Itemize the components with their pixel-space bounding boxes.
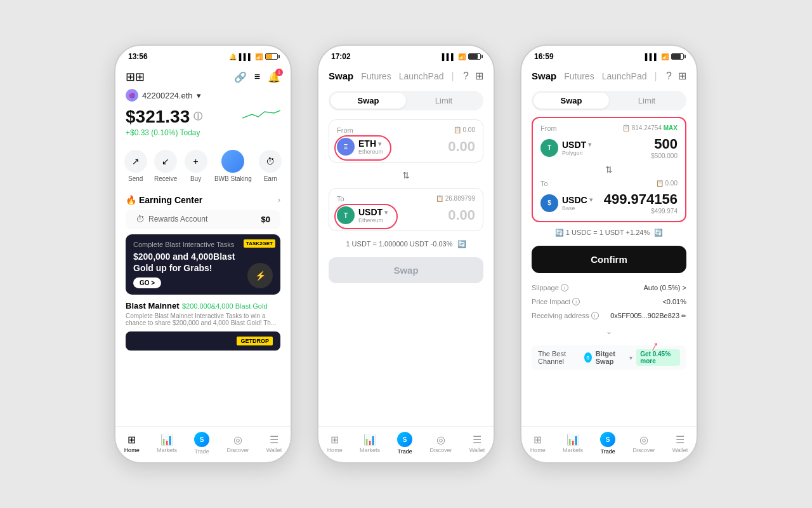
usdc-icon-3: $	[540, 194, 558, 212]
avatar: 🟣	[126, 89, 138, 102]
nav-markets-1[interactable]: 📊 Markets	[157, 434, 177, 453]
usdt-selector-from-3[interactable]: T USDT ▾ Polygon	[540, 139, 591, 157]
nav-markets-3[interactable]: 📊 Markets	[563, 434, 583, 453]
eth-icon-2: Ξ	[337, 138, 355, 156]
time-1: 13:56	[128, 52, 148, 61]
usdt-selector-2[interactable]: T USDT ▾ Ethereum	[337, 206, 388, 224]
from-amount-3[interactable]: 500	[651, 136, 678, 152]
discover-icon-2: ◎	[436, 434, 445, 446]
question-icon-3[interactable]: ?	[666, 70, 672, 82]
home-icon-2: ⊞	[331, 434, 339, 446]
tab-swap-3[interactable]: Swap	[532, 70, 556, 81]
receiving-value[interactable]: 0x5FF005...902Be823 ✏	[610, 312, 686, 319]
swap-arrows-3[interactable]: ⇅	[533, 163, 685, 176]
bottom-nav-3: ⊞ Home 📊 Markets S Trade ◎ Discover ☰ Wa…	[521, 426, 697, 462]
swap-button-2[interactable]: Swap	[329, 257, 483, 283]
apps-icon[interactable]: ⊞⊞	[126, 70, 145, 84]
receive-btn[interactable]: ↙ Receive	[154, 150, 177, 182]
rewards-label: ⏱ Rewards Account	[136, 214, 207, 224]
nav-discover-3[interactable]: ◎ Discover	[632, 434, 655, 453]
buy-btn[interactable]: + Buy	[185, 150, 207, 182]
chevron-down-2: ▾	[378, 140, 381, 147]
usdc-selector-3[interactable]: $ USDC ▾ Base	[540, 194, 593, 212]
channel-dropdown[interactable]: ▾	[629, 354, 632, 361]
wallet-address[interactable]: 🟣 42200224.eth ▾	[115, 89, 291, 104]
question-icon-2[interactable]: ?	[463, 70, 469, 82]
usdc-token-block: USDC ▾ Base	[562, 195, 593, 211]
swap-arrows-2[interactable]: ⇅	[318, 168, 494, 183]
nav-wallet-1[interactable]: ☰ Wallet	[266, 434, 282, 453]
status-icons-1: 🔔 ▌▌▌ 📶	[229, 53, 278, 60]
phone1: 13:56 🔔 ▌▌▌ 📶 ⊞⊞ 🔗 ≡ 🔔1 🟣 42200224.eth ▾…	[114, 44, 292, 464]
tab-futures-2[interactable]: Futures	[361, 71, 391, 81]
from-label-2: From 📋 0.00	[337, 126, 475, 134]
earn-btn[interactable]: ⏱ Earn	[259, 150, 282, 182]
tab-futures-3[interactable]: Futures	[564, 71, 594, 81]
subtab-limit-3[interactable]: Limit	[609, 93, 684, 109]
refresh-icon-2[interactable]: 🔄	[457, 240, 466, 248]
action-buttons: ↗ Send ↙ Receive + Buy BWB Staking ⏱ Ear…	[115, 145, 291, 190]
slippage-value[interactable]: Auto (0.5%) >	[643, 284, 686, 291]
nav-trade-2[interactable]: S Trade	[397, 432, 412, 455]
blast-banner[interactable]: TASK2GET Complete Blast Interactive Task…	[126, 234, 280, 295]
to-section-3: To 📋 0.00 $ USDC ▾ Base 499.974156	[533, 176, 685, 221]
grid-icon-2[interactable]: ⊞	[475, 70, 483, 82]
nav-home-1[interactable]: ⊞ Home	[124, 434, 140, 453]
nav-markets-2[interactable]: 📊 Markets	[360, 434, 380, 453]
nav-trade-1[interactable]: S Trade	[194, 432, 209, 455]
eth-selector[interactable]: Ξ ETH ▾ Ethereum	[337, 138, 383, 156]
trade-header-2: Swap Futures LaunchPad | ? ⊞	[318, 65, 494, 87]
rewards-row[interactable]: ⏱ Rewards Account $0	[126, 210, 280, 229]
chevron-down-icon: ▾	[197, 91, 201, 100]
go-button[interactable]: GO >	[133, 277, 161, 288]
rewards-amount: $0	[261, 215, 270, 224]
refresh-icon-3b[interactable]: 🔄	[654, 229, 663, 236]
menu-icon[interactable]: ≡	[254, 71, 260, 83]
nav-wallet-2[interactable]: ☰ Wallet	[469, 434, 485, 453]
markets-icon-2: 📊	[363, 434, 376, 446]
to-amount-2[interactable]: 0.00	[448, 207, 475, 224]
battery-icon	[265, 53, 278, 60]
from-usd-3: $500.000	[651, 152, 678, 159]
bwb-staking-btn[interactable]: BWB Staking	[214, 150, 252, 182]
buy-icon: +	[185, 150, 207, 173]
grid-icon-3[interactable]: ⊞	[678, 70, 686, 82]
markets-icon: 📊	[160, 434, 173, 446]
info-icon: ⓘ	[193, 111, 202, 123]
tab-launchpad-3[interactable]: LaunchPad	[602, 71, 647, 81]
phone2: 17:02 ▌▌▌ 📶 Swap Futures LaunchPad | ? ⊞…	[317, 44, 495, 464]
status-icons-3: ▌▌▌ 📶	[645, 53, 684, 60]
status-bar-2: 17:02 ▌▌▌ 📶	[318, 46, 494, 65]
tab-launchpad-2[interactable]: LaunchPad	[399, 71, 444, 81]
receiving-row: Receiving address i 0x5FF005...902Be823 …	[532, 309, 686, 323]
to-amount-3[interactable]: 499.974156	[604, 191, 678, 208]
tab-swap-2[interactable]: Swap	[329, 70, 353, 81]
nav-discover-2[interactable]: ◎ Discover	[429, 434, 452, 453]
nav-home-3[interactable]: ⊞ Home	[530, 434, 546, 453]
chevron-down-to-2: ▾	[384, 209, 388, 216]
expand-row[interactable]: ⌄	[532, 323, 686, 339]
subtab-swap-3[interactable]: Swap	[534, 93, 609, 109]
confirm-button[interactable]: Confirm	[532, 246, 686, 273]
from-amount-2[interactable]: 0.00	[448, 138, 475, 155]
nav-home-2[interactable]: ⊞ Home	[327, 434, 343, 453]
link-icon[interactable]: 🔗	[234, 71, 247, 83]
rate-info-2: 1 USDT = 1.000000 USDT -0.03% 🔄	[318, 236, 494, 252]
blast-mainnet-section: Blast Mainnet $200,000&4,000 Blast Gold …	[115, 295, 291, 329]
bell-icon-2[interactable]: 🔔1	[268, 71, 280, 83]
nav-wallet-3[interactable]: ☰ Wallet	[672, 434, 688, 453]
earning-center-header[interactable]: 🔥 Earning Center ›	[115, 190, 291, 210]
subtab-limit-2[interactable]: Limit	[406, 93, 481, 109]
getdrop-bar[interactable]: GETDROP	[126, 331, 280, 351]
slippage-row: Slippage i Auto (0.5%) >	[532, 281, 686, 295]
send-btn[interactable]: ↗ Send	[124, 150, 147, 182]
nav-trade-3[interactable]: S Trade	[600, 432, 615, 455]
discover-icon: ◎	[233, 434, 242, 446]
trade-icon: S	[194, 432, 209, 447]
usdt-token-block: USDT ▾ Ethereum	[358, 207, 388, 224]
highlighted-swap-box: From 📋 814.24754 MAX T USDT ▾ Polygon 50…	[532, 117, 686, 222]
more-badge: Get 0.45% more	[636, 349, 680, 366]
subtab-swap-2[interactable]: Swap	[331, 93, 406, 109]
nav-discover-1[interactable]: ◎ Discover	[226, 434, 249, 453]
blast-logo: ⚡	[247, 263, 273, 288]
